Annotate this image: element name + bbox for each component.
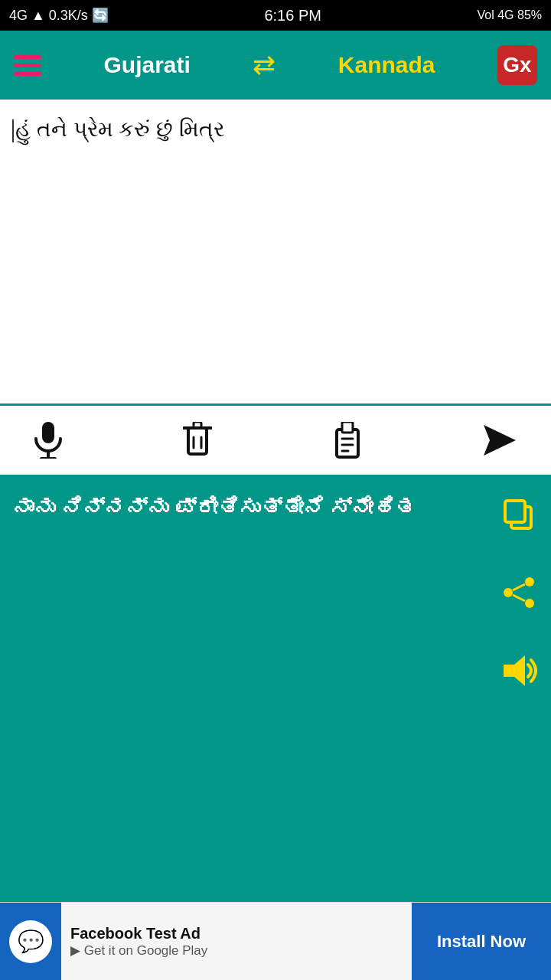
translated-text: ನಾನು ನಿನ್ನನ್ನು ಪ್ರೀತಿಸುತ್ತೇನೆ ಸ್ನೇಹಿತ	[12, 492, 539, 526]
text-cursor	[12, 119, 14, 142]
google-translate-icon[interactable]: Gx	[497, 45, 537, 85]
delete-button[interactable]	[177, 416, 218, 465]
target-language-label: Kannada	[338, 52, 435, 78]
svg-point-17	[504, 588, 513, 597]
ad-subtitle-text: Get it on Google Play	[84, 943, 208, 958]
ad-play-icon: ▶	[70, 943, 80, 958]
svg-rect-9	[342, 422, 353, 433]
svg-point-16	[525, 577, 534, 586]
gx-label: Gx	[503, 53, 531, 77]
ad-text: Facebook Test Ad ▶ Get it on Google Play	[61, 925, 412, 959]
ad-messenger-icon: 💬	[18, 929, 44, 954]
app-screen: 4G ▲ 0.3K/s 🔄 6:16 PM Vol 4G 85% Gujarat…	[0, 0, 551, 980]
input-text: હું તને પ્રેમ કરું છું મિત્ર	[12, 113, 539, 145]
gujarati-input-text: હું તને પ્રેમ કરું છું મિત્ર	[15, 117, 224, 141]
app-toolbar: Gujarati ⇄ Kannada Gx	[0, 31, 551, 100]
svg-rect-0	[42, 422, 54, 443]
output-action-buttons	[500, 498, 537, 695]
svg-rect-5	[194, 422, 201, 428]
input-area[interactable]: હું તને પ્રેમ કરું છું મિત્ર	[0, 100, 551, 406]
action-icon-bar	[0, 406, 551, 475]
status-time: 6:16 PM	[264, 7, 321, 24]
svg-rect-3	[188, 428, 207, 454]
svg-marker-13	[484, 425, 516, 456]
ad-title: Facebook Test Ad	[70, 925, 403, 942]
svg-line-19	[513, 584, 525, 590]
share-button[interactable]	[502, 576, 536, 617]
svg-point-18	[525, 599, 534, 608]
network-info: 4G ▲ 0.3K/s 🔄	[9, 7, 109, 24]
battery-info: Vol 4G 85%	[478, 8, 543, 22]
status-bar: 4G ▲ 0.3K/s 🔄 6:16 PM Vol 4G 85%	[0, 0, 551, 31]
swap-language-button[interactable]: ⇄	[253, 49, 276, 81]
paste-button[interactable]	[327, 416, 368, 465]
hamburger-menu-button[interactable]	[14, 55, 41, 76]
main-content: હું તને પ્રેમ કરું છું મિત્ર	[0, 100, 551, 980]
source-language-label: Gujarati	[103, 52, 190, 78]
ad-app-icon: 💬	[9, 920, 52, 963]
copy-button[interactable]	[502, 498, 536, 539]
install-now-button[interactable]: Install Now	[412, 903, 551, 981]
ad-subtitle: ▶ Get it on Google Play	[70, 942, 403, 959]
ad-icon-background: 💬	[0, 903, 61, 981]
microphone-button[interactable]	[28, 416, 69, 465]
speaker-button[interactable]	[500, 654, 537, 695]
svg-rect-15	[505, 501, 525, 522]
status-right: Vol 4G 85%	[478, 8, 543, 22]
ad-banner: 💬 Facebook Test Ad ▶ Get it on Google Pl…	[0, 902, 551, 980]
svg-marker-21	[504, 655, 525, 686]
translate-send-button[interactable]	[476, 417, 523, 463]
status-left: 4G ▲ 0.3K/s 🔄	[9, 7, 109, 24]
svg-line-20	[513, 595, 525, 601]
